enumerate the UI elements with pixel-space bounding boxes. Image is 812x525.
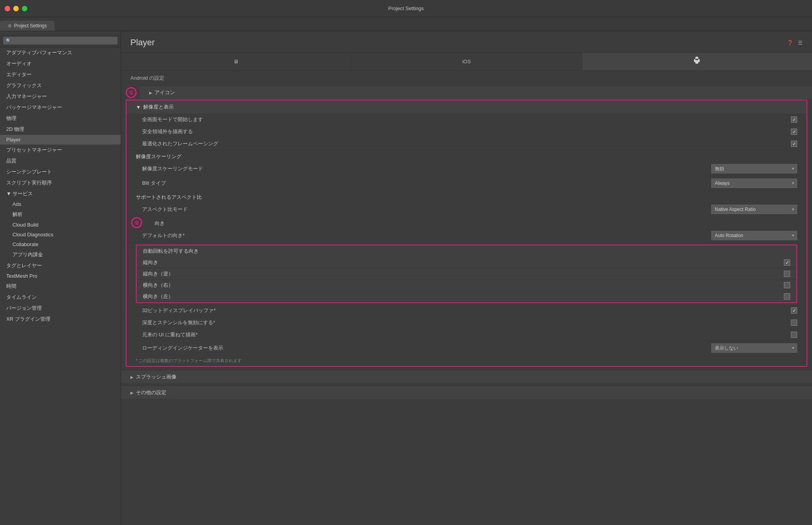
titlebar: Project Settings: [0, 0, 812, 17]
icon-section-header[interactable]: ▶ アイコン: [140, 86, 812, 100]
sidebar-item-audio[interactable]: オーディオ: [0, 58, 121, 69]
sidebar-item-tags[interactable]: タグとレイヤー: [0, 260, 121, 271]
fullscreen-label: 全画面モードで開始します: [126, 114, 500, 126]
sidebar-item-analytics[interactable]: 解析: [0, 209, 121, 220]
more-settings-table: 32ビットディスプレイバッファ* ✓ 深度とステンシルを無効にする* 元来の U…: [126, 305, 807, 355]
sidebar-item-xr[interactable]: XR プラグイン管理: [0, 314, 121, 325]
safe-area-checkbox[interactable]: ✓: [791, 129, 797, 135]
portrait-row: 縦向き ✓: [137, 257, 796, 268]
landscape-left-checkbox[interactable]: [784, 293, 790, 300]
resolution-section-label: 解像度と表示: [143, 104, 174, 111]
auto-rotation-table: 縦向き ✓ 縦向き（逆） 横向き（右） 横向き（左）: [137, 257, 796, 302]
android-settings-label: Android の設定: [121, 71, 812, 86]
sidebar-item-iap[interactable]: アプリ内課金: [0, 249, 121, 260]
annotation-2: ②: [131, 217, 142, 228]
orientation-default-dropdown[interactable]: Auto Rotation Portrait Portrait Upside D…: [711, 231, 797, 240]
maximize-button[interactable]: [22, 6, 27, 11]
arrow-icon: ▶: [149, 91, 152, 95]
splash-section-label: スプラッシュ画像: [136, 373, 176, 380]
fullscreen-row: 全画面モードで開始します ✓: [126, 114, 807, 126]
sidebar-item-script[interactable]: スクリプト実行順序: [0, 177, 121, 188]
fullscreen-checkbox[interactable]: ✓: [791, 116, 797, 123]
sidebar-item-physics2d[interactable]: 2D 物理: [0, 124, 121, 135]
scaling-mode-dropdown[interactable]: 無効 固定DPI Physical: [711, 164, 797, 173]
landscape-right-label: 横向き（右）: [137, 280, 596, 291]
aspect-mode-row: アスペクト比モード Native Aspect Ratio Legacy Wid…: [126, 202, 807, 217]
sidebar-item-textmesh[interactable]: TextMesh Pro: [0, 271, 121, 281]
splash-section-header[interactable]: ▶ スプラッシュ画像: [121, 370, 812, 384]
sidebar-item-version[interactable]: バージョン管理: [0, 303, 121, 314]
sidebar-item-scene[interactable]: シーンテンプレート: [0, 166, 121, 177]
help-icon[interactable]: ❓: [787, 40, 793, 46]
header-icons: ❓ ☰: [787, 40, 803, 46]
sidebar-item-clouddiag[interactable]: Cloud Diagnostics: [0, 230, 121, 239]
portrait-reverse-row: 縦向き（逆）: [137, 268, 796, 280]
scaling-mode-select[interactable]: 無効 固定DPI Physical: [711, 164, 797, 173]
sidebar-item-timeline[interactable]: タイムライン: [0, 292, 121, 303]
overflow-icon[interactable]: ☰: [798, 40, 803, 46]
window-controls[interactable]: [5, 6, 27, 11]
old-ui-checkbox[interactable]: [791, 332, 797, 338]
display-32bit-checkbox[interactable]: ✓: [791, 307, 797, 314]
main-layout: 🔍 アダプティブパフォーマンスオーディオエディターグラフィックス入力マネージャー…: [0, 31, 812, 525]
landscape-right-checkbox[interactable]: [784, 282, 790, 288]
sidebar-item-editor[interactable]: エディター: [0, 69, 121, 80]
optimized-fps-checkbox[interactable]: ✓: [791, 141, 797, 147]
scaling-table: 解像度スケーリングモード 無効 固定DPI Physical: [126, 162, 807, 191]
orientation-default-row: デフォルトの向き* Auto Rotation Portrait Portrai…: [126, 229, 807, 243]
window-title: Project Settings: [388, 5, 424, 11]
tab-ios[interactable]: iOS: [351, 53, 582, 70]
safe-area-label: 安全領域外を描画する: [126, 126, 500, 138]
portrait-checkbox[interactable]: ✓: [784, 259, 790, 266]
splash-arrow: ▶: [130, 375, 134, 379]
loading-indicator-row: ローディングインジケーターを表示 表示しない 表示する: [126, 341, 807, 355]
aspect-mode-label: アスペクト比モード: [126, 202, 500, 217]
sidebar-item-physics[interactable]: 物理: [0, 113, 121, 124]
resolution-section-header[interactable]: ▼ 解像度と表示: [126, 100, 807, 114]
sidebar-item-services[interactable]: ▼ サービス: [0, 188, 121, 199]
aspect-mode-select[interactable]: Native Aspect Ratio Legacy Wide Screen (…: [711, 205, 797, 214]
search-input[interactable]: [3, 37, 118, 45]
sidebar-item-adaptive[interactable]: アダプティブパフォーマンス: [0, 47, 121, 58]
icon-section-row: ① ▶ アイコン: [121, 86, 812, 100]
sidebar-item-package[interactable]: パッケージマネージャー: [0, 102, 121, 113]
sidebar-item-preset[interactable]: プリセットマネージャー: [0, 145, 121, 155]
loading-indicator-select[interactable]: 表示しない 表示する: [711, 343, 797, 353]
close-button[interactable]: [5, 6, 10, 11]
blit-dropdown[interactable]: Always Never Auto: [711, 179, 797, 188]
sidebar-item-quality[interactable]: 品質: [0, 155, 121, 166]
aspect-table: アスペクト比モード Native Aspect Ratio Legacy Wid…: [126, 202, 807, 217]
auto-rotation-label: 自動回転を許可する向き: [137, 245, 796, 257]
landscape-left-row: 横向き（左）: [137, 291, 796, 302]
other-section-header[interactable]: ▶ その他の設定: [121, 386, 812, 400]
orientation-default-select[interactable]: Auto Rotation Portrait Portrait Upside D…: [711, 231, 797, 240]
sidebar-item-cloudbuild[interactable]: Cloud Build: [0, 220, 121, 230]
content-area: Player ❓ ☰ 🖥 iOS: [121, 31, 812, 525]
project-settings-tab[interactable]: ⚙ Project Settings: [0, 21, 55, 31]
scaling-section-label: 解像度スケーリング: [126, 150, 807, 162]
loading-indicator-dropdown[interactable]: 表示しない 表示する: [711, 343, 797, 353]
sidebar-item-time[interactable]: 時間: [0, 281, 121, 292]
content-header: Player ❓ ☰: [121, 31, 812, 53]
sidebar-item-ads[interactable]: Ads: [0, 199, 121, 209]
sidebar-item-collaborate[interactable]: Collaborate: [0, 239, 121, 249]
display-32bit-label: 32ビットディスプレイバッファ*: [126, 305, 500, 317]
annotation-1: ①: [126, 87, 137, 98]
tab-bar: ⚙ Project Settings: [0, 17, 812, 31]
aspect-mode-dropdown[interactable]: Native Aspect Ratio Legacy Wide Screen (…: [711, 205, 797, 214]
safe-area-row: 安全領域外を描画する ✓: [126, 126, 807, 138]
tab-pc[interactable]: 🖥: [121, 53, 351, 70]
search-wrapper: 🔍: [3, 37, 118, 45]
minimize-button[interactable]: [13, 6, 19, 11]
sidebar-item-player[interactable]: Player: [0, 135, 121, 145]
resolution-table: 全画面モードで開始します ✓ 安全領域外を描画する ✓ 最適化されたフレームペー…: [126, 114, 807, 150]
blit-select[interactable]: Always Never Auto: [711, 179, 797, 188]
tab-android[interactable]: [582, 53, 812, 70]
optimized-fps-label: 最適化されたフレームペーシング: [126, 138, 500, 150]
sidebar-item-input[interactable]: 入力マネージャー: [0, 91, 121, 102]
sidebar: 🔍 アダプティブパフォーマンスオーディオエディターグラフィックス入力マネージャー…: [0, 31, 121, 525]
sidebar-item-graphics[interactable]: グラフィックス: [0, 80, 121, 91]
orientation-default-label: デフォルトの向き*: [126, 229, 500, 243]
depth-stencil-checkbox[interactable]: [791, 320, 797, 326]
portrait-reverse-checkbox[interactable]: [784, 271, 790, 277]
